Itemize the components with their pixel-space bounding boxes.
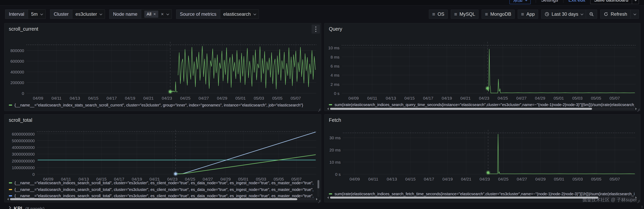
svg-text:04/21: 04/21 <box>460 96 471 100</box>
exit-edit-button[interactable]: Exit edit <box>568 0 585 4</box>
query-chart[interactable]: 0 s2 ms4 ms6 ms8 ms10 ms04/0904/1104/130… <box>328 34 638 102</box>
panel-resize-handle[interactable] <box>317 198 320 201</box>
svg-text:04/15: 04/15 <box>404 96 415 100</box>
save-dashboard-dropdown[interactable] <box>632 0 639 4</box>
svg-text:05/03: 05/03 <box>254 96 264 100</box>
svg-text:04/17: 04/17 <box>423 96 434 100</box>
panel-fetch: Fetch 0 s10 ms20 ms30 ms04/0904/1104/130… <box>324 114 640 202</box>
scrollbar-track[interactable] <box>10 198 315 200</box>
dashboard-link-app[interactable]: ≡ App <box>518 10 538 19</box>
panel-title: Query <box>329 26 342 32</box>
save-dashboard-button[interactable]: Save dashboard <box>590 0 639 4</box>
selected-value-chip[interactable]: All × <box>144 11 158 18</box>
svg-text:05/03: 05/03 <box>572 96 582 100</box>
list-icon: ≡ <box>485 12 488 17</box>
save-dashboard-label[interactable]: Save dashboard <box>590 0 632 4</box>
zoom-out-button[interactable] <box>586 10 597 19</box>
list-icon: ≡ <box>454 12 457 17</box>
svg-text:2000000000: 2000000000 <box>12 159 35 163</box>
scrollbar-thumb[interactable] <box>10 198 297 200</box>
svg-text:05/01: 05/01 <box>235 96 246 100</box>
panel-title: Fetch <box>329 117 341 123</box>
svg-text:04/19: 04/19 <box>442 177 453 181</box>
refresh-button[interactable]: Refresh <box>600 10 630 19</box>
fetch-chart[interactable]: 0 s10 ms20 ms30 ms04/0904/1104/1304/1504… <box>328 125 638 183</box>
scroll-left-arrow-icon[interactable] <box>7 198 9 200</box>
svg-text:04/29: 04/29 <box>535 177 546 181</box>
svg-text:04/13: 04/13 <box>387 177 397 181</box>
svg-text:04/09: 04/09 <box>350 177 360 181</box>
page-scroll-indicator[interactable] <box>642 206 642 208</box>
svg-text:04/21: 04/21 <box>143 96 154 100</box>
clock-icon <box>544 12 549 17</box>
svg-text:6000000000: 6000000000 <box>12 132 35 136</box>
panel-resize-handle[interactable] <box>317 107 320 110</box>
svg-text:04/19: 04/19 <box>125 96 135 100</box>
time-range-button[interactable]: Last 30 days <box>542 10 586 19</box>
legend-horizontal-scrollbar[interactable] <box>327 107 637 110</box>
list-icon: ≡ <box>432 12 435 17</box>
add-panel-button[interactable]: 添加 <box>510 0 531 4</box>
legend-item[interactable]: {__name__="elasticsearch_index_stats_sea… <box>9 102 315 108</box>
dashboard-link-mysql[interactable]: ≡ MySQL <box>451 10 478 19</box>
clear-all-icon[interactable]: × <box>161 12 164 17</box>
variable-node-name-value[interactable]: All × × <box>141 10 172 19</box>
scroll-left-arrow-icon[interactable] <box>327 196 329 199</box>
variable-cluster-selected: es3cluster <box>76 12 97 17</box>
svg-text:04/15: 04/15 <box>405 177 416 181</box>
link-label: App <box>526 12 535 17</box>
panel-menu-button[interactable] <box>312 25 320 34</box>
scroll-left-arrow-icon[interactable] <box>327 108 329 110</box>
svg-text:400000: 400000 <box>10 70 24 74</box>
variable-interval-value[interactable]: 5m <box>28 10 46 19</box>
variable-source-label: Source of metrics <box>176 10 220 19</box>
scrollbar-thumb[interactable] <box>318 180 319 188</box>
dashboard-link-os[interactable]: ≡ OS <box>429 10 448 19</box>
chevron-down-icon <box>166 13 169 15</box>
svg-text:04/13: 04/13 <box>386 96 396 100</box>
legend-horizontal-scrollbar[interactable] <box>7 198 318 200</box>
legend-item[interactable]: sum(irate(elasticsearch_indices_search_f… <box>329 191 634 197</box>
chevron-down-icon <box>40 13 43 15</box>
toolbar-right: ≡ OS ≡ MySQL ≡ MongoDB ≡ App <box>429 10 639 19</box>
refresh-interval-dropdown[interactable] <box>630 10 639 19</box>
svg-text:3000000000: 3000000000 <box>12 152 35 156</box>
scrollbar-track[interactable] <box>330 108 634 110</box>
settings-button[interactable]: Settings <box>541 0 558 4</box>
legend-label: sum(irate(elasticsearch_indices_search_q… <box>334 103 634 107</box>
scrollbar-thumb[interactable] <box>330 197 598 198</box>
legend-label: sum(irate(elasticsearch_indices_search_f… <box>334 192 634 196</box>
svg-text:4 ms: 4 ms <box>330 73 340 77</box>
topbar-divider <box>536 0 536 3</box>
legend-item[interactable]: sum(irate(elasticsearch_indices_search_q… <box>329 102 634 107</box>
chevron-down-icon <box>100 13 102 15</box>
remove-value-icon[interactable]: × <box>153 12 156 17</box>
svg-text:04/13: 04/13 <box>70 96 80 100</box>
variable-source-value[interactable]: elasticsearch <box>220 10 259 19</box>
svg-text:04/29: 04/29 <box>535 96 545 100</box>
svg-text:05/05: 05/05 <box>272 96 282 100</box>
svg-text:05/07: 05/07 <box>610 177 620 181</box>
scroll-current-chart[interactable]: 020000040000060000080000004/0904/1104/13… <box>8 34 318 102</box>
svg-text:600000: 600000 <box>10 59 24 63</box>
svg-text:6 ms: 6 ms <box>330 64 340 68</box>
svg-text:30 ms: 30 ms <box>330 135 341 140</box>
series-color-swatch <box>9 105 12 106</box>
panel-resize-handle[interactable] <box>636 198 640 201</box>
scrollbar-thumb[interactable] <box>330 108 592 110</box>
svg-text:800000: 800000 <box>10 48 24 53</box>
variable-cluster-value[interactable]: es3cluster <box>72 10 105 19</box>
collapsed-row-kpi[interactable]: KPI (8 panels) <box>0 204 644 209</box>
legend-item[interactable]: {__name__="elasticsearch_indices_search_… <box>9 180 313 186</box>
variable-node-name: Node name All × × <box>109 10 172 19</box>
link-label: MySQL <box>460 12 475 17</box>
series-color-swatch <box>329 104 332 105</box>
dashboard-link-mongodb[interactable]: ≡ MongoDB <box>482 10 514 19</box>
refresh-picker: Refresh <box>600 10 639 19</box>
legend-vertical-scrollbar[interactable] <box>317 180 320 197</box>
legend-item[interactable]: {__name__="elasticsearch_indices_search_… <box>9 187 313 192</box>
svg-text:10 ms: 10 ms <box>328 46 340 50</box>
panel-resize-handle[interactable] <box>636 107 640 110</box>
svg-text:05/05: 05/05 <box>591 96 601 100</box>
scroll-total-chart[interactable]: 0100000000020000000003000000000400000000… <box>8 125 318 183</box>
